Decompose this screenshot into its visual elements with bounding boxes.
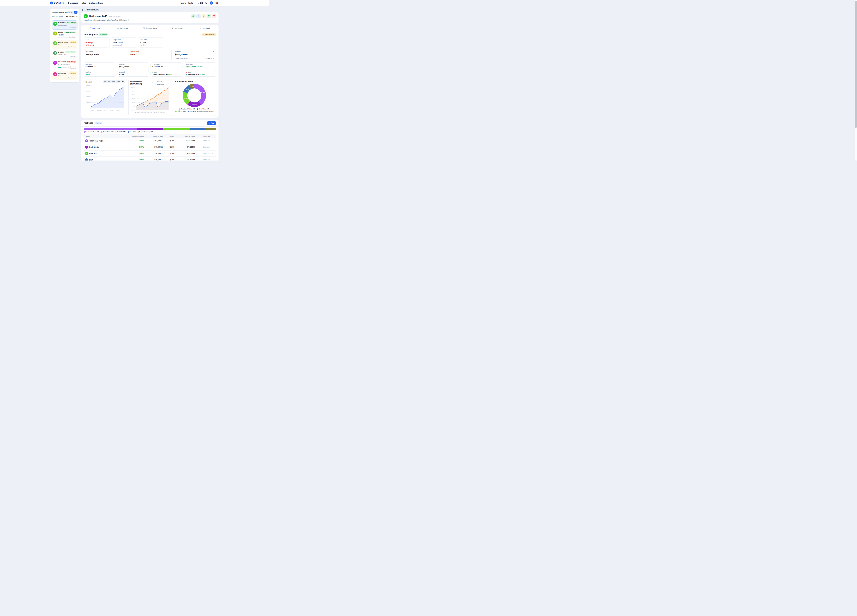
total-net-worth-label: Total Net Worth xyxy=(52,15,63,17)
goal-description: Long-term retirement savings with divers… xyxy=(84,19,216,21)
allocation-stacked-bar xyxy=(84,128,216,130)
range-30d[interactable]: 30D xyxy=(107,81,111,83)
nav-tools-menu[interactable]: Tools xyxy=(188,2,195,4)
row-menu-button[interactable]: ⋯ xyxy=(212,140,213,142)
tab-transactions[interactable]: Transactions xyxy=(136,25,164,31)
goal-updated-time: 6 minutes xyxy=(70,36,76,38)
nav-link-exchange-rates[interactable]: Exchange Rates xyxy=(89,2,104,4)
stat-card-invested: Invested$302,500.00 xyxy=(117,62,149,69)
edit-goals-button[interactable] xyxy=(70,11,74,14)
range-all[interactable]: All xyxy=(121,81,125,83)
range-7d[interactable]: 7D xyxy=(104,81,107,83)
nav-link-notes[interactable]: Notes xyxy=(81,2,86,4)
clock-icon xyxy=(109,15,111,17)
performance-chart: 100.0080.0060.0040.0020.000.00-20.00Jan … xyxy=(130,85,170,114)
stat-card-all-time-p-l: All-time P/L+$77,500.00 ↑25.6% xyxy=(184,62,216,69)
close-goal-button[interactable] xyxy=(212,14,216,19)
goal-updated-time: 6 minutes xyxy=(70,56,76,57)
portfolio-table-header: ASSETPERFORMANCEASSET VALUECASHTOTAL VAL… xyxy=(84,134,216,138)
row-menu-button[interactable]: ⋯ xyxy=(212,159,213,161)
goal-progress-pct: 0% xyxy=(68,36,70,38)
arrow-left-icon xyxy=(203,15,205,17)
allocation-legend-item-hsa: HSA12% xyxy=(128,131,136,133)
stat-card-deposited: Deposited$302,500.00 xyxy=(84,62,116,69)
allocation-legend-item-traditional-401-k: Traditional 401(k)40% xyxy=(84,131,100,133)
milestones-button[interactable] xyxy=(207,14,211,19)
tab-valuations[interactable]: Valuations xyxy=(164,25,191,31)
info-icon[interactable] xyxy=(152,82,153,83)
allocation-chart-card: Portfolio Allocation 40.0%20.0%20.0%12.0… xyxy=(173,79,216,116)
table-row-roth-ira[interactable]: RRoth IRA↑ 0.00%$76,000.00$0.00$76,000.0… xyxy=(84,150,216,156)
allocation-legend-item-roth-ira: Roth IRA20% xyxy=(115,131,126,133)
tab-overview[interactable]: Overview xyxy=(81,25,109,31)
active-portfolios-badge: 5 active xyxy=(94,122,102,124)
allocation-bar-segment-roth-401-k xyxy=(137,128,163,130)
goal-avatar: R xyxy=(84,14,88,19)
range-90d[interactable]: 90D xyxy=(111,81,116,83)
goal-actions xyxy=(191,14,216,19)
table-header-asset: ASSET xyxy=(85,135,128,137)
goal-updated: 6 minutes ago xyxy=(109,15,121,17)
tab-progress[interactable]: Progress xyxy=(109,25,136,31)
transfer-out-button[interactable] xyxy=(201,14,206,19)
progress-icon xyxy=(117,27,119,29)
table-row-traditional-401-k[interactable]: TTraditional 401(k)↑ 0.00%$152,000.00$0.… xyxy=(84,138,216,144)
nav-link-dashboard[interactable]: Dashboard xyxy=(68,2,78,4)
dark-mode-toggle[interactable] xyxy=(205,2,207,4)
goal-progress-card-dca-plan: DCA Plan$2,500monthly xyxy=(138,37,164,48)
pencil-icon xyxy=(71,11,73,13)
allocation-title: Portfolio Allocation xyxy=(175,80,193,82)
portfolio-table-body: TTraditional 401(k)↑ 0.00%$152,000.00$0.… xyxy=(84,138,216,161)
add-goal-button[interactable] xyxy=(74,11,77,14)
plus-icon xyxy=(209,122,210,124)
bell-icon xyxy=(210,2,212,4)
goal-item-emergency-f[interactable]: EEmergency F...XIRR +1000.0%/yr₫11,9990%… xyxy=(52,30,77,39)
goal-progress-bar xyxy=(58,77,67,78)
language-switcher[interactable]: EN xyxy=(198,2,203,4)
goal-item-house-down-payment[interactable]: HHouse Down PaymentPlanning₫00%7 hours xyxy=(52,40,77,49)
donut-slice-label: 20.0% xyxy=(184,97,188,99)
svg-text:Jan 01: Jan 01 xyxy=(116,110,120,111)
goal-item-retirement-2045[interactable]: RRetirement 2045XIRR +4.5%/yr$380,000.00… xyxy=(52,20,77,29)
unallocated-card: Unallocated $0.00 xyxy=(128,49,172,61)
allocation-bar-segment-roth-ira xyxy=(163,128,190,130)
nav-learn[interactable]: Learn xyxy=(181,2,186,4)
settings-icon xyxy=(200,27,202,29)
breadcrumb-current: Retirement 2045 xyxy=(86,9,99,11)
goal-progress-bar xyxy=(58,37,67,37)
goal-item-children-educati[interactable]: CChildren Educati...XIRR -5.3%/yr₫32,600… xyxy=(52,59,77,70)
user-avatar[interactable] xyxy=(215,2,218,5)
app-logo[interactable]: DCAlytics xyxy=(50,2,64,5)
svg-text:40.00: 40.00 xyxy=(132,98,135,99)
home-icon[interactable] xyxy=(81,9,83,11)
asset-name: Roth 401(k) xyxy=(89,146,99,148)
goal-value: ₫11,999 xyxy=(58,34,63,36)
donut-slice-label: 40.0% xyxy=(201,92,205,94)
goal-item-asdasdsa[interactable]: AasdasdsaPlanning₫00%3 hours xyxy=(52,71,77,80)
breadcrumb: › Retirement 2045 xyxy=(81,9,218,11)
transfer-in-button[interactable] xyxy=(196,14,201,19)
tab-settings[interactable]: Settings xyxy=(191,25,218,31)
goal-avatar: B xyxy=(53,51,57,55)
add-funds-button[interactable] xyxy=(191,14,196,19)
goal-avatar: A xyxy=(53,72,57,76)
goal-avatar: C xyxy=(53,61,57,65)
range-365d[interactable]: 365D xyxy=(116,81,121,83)
portfolios-card: Portfolios 5 active New Traditional 401(… xyxy=(81,120,218,161)
tab-label: Progress xyxy=(120,27,128,29)
goal-badge: Planning xyxy=(70,41,76,43)
new-portfolio-button[interactable]: New xyxy=(207,121,216,125)
table-header-total-value: TOTAL VALUE xyxy=(174,135,195,137)
table-row-roth-401-k[interactable]: RRoth 401(k)↑ 0.00%$76,000.00$0.00$76,00… xyxy=(84,144,216,150)
table-row-hsa[interactable]: HHSA↑ 0.00%$45,600.00$0.00$45,600.006 mi… xyxy=(84,156,216,161)
goal-progress-bar xyxy=(58,46,67,47)
notifications-button[interactable] xyxy=(210,2,213,5)
row-menu-button[interactable]: ⋯ xyxy=(212,152,213,154)
stat-card-best: BestTraditional 401(k) +0% xyxy=(150,70,183,77)
table-header-updated: UPDATED xyxy=(195,135,210,137)
goal-item-beat-s-p-500[interactable]: BBeat S&P 500CAGR +14.9%/yr$138,000.006 … xyxy=(52,50,77,59)
status-badge: ⚠ Behind (-2.5%) xyxy=(202,33,216,36)
svg-text:Jan 01: Jan 01 xyxy=(110,110,113,111)
portfolio-card: Portfolio $380,000.00 Assets: $380,000.0… xyxy=(173,49,216,61)
row-menu-button[interactable]: ⋯ xyxy=(212,146,213,148)
